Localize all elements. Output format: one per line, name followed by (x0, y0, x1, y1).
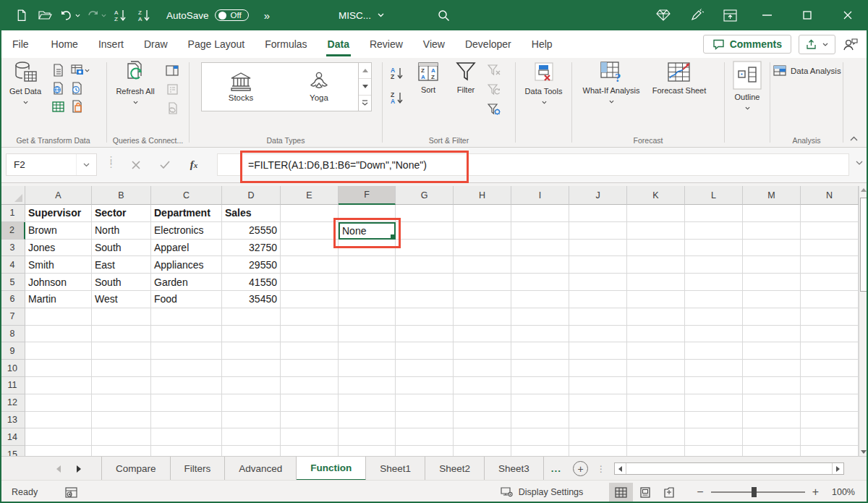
new-file-button[interactable] (12, 4, 30, 26)
cell-N13[interactable] (801, 412, 859, 429)
previous-sheet-button[interactable] (56, 465, 61, 473)
cell-I12[interactable] (511, 394, 569, 412)
cell-E12[interactable] (281, 394, 339, 412)
cell-A5[interactable]: Johnson (25, 274, 92, 291)
horizontal-scroll-thumb[interactable] (626, 463, 833, 474)
cell-C3[interactable]: Apparel (151, 240, 222, 257)
cell-B10[interactable] (92, 360, 151, 377)
cell-D4[interactable]: 29550 (222, 256, 281, 274)
cell-G3[interactable] (396, 240, 454, 257)
column-header-K[interactable]: K (627, 186, 685, 205)
cell-N5[interactable] (801, 274, 859, 291)
row-header-5[interactable]: 5 (0, 274, 25, 291)
cell-K11[interactable] (627, 377, 685, 394)
cell-H9[interactable] (454, 342, 511, 360)
scroll-up-button[interactable] (859, 188, 868, 192)
cell-G1[interactable] (396, 205, 454, 222)
cell-N10[interactable] (801, 360, 859, 377)
row-header-11[interactable]: 11 (0, 377, 25, 394)
cell-F14[interactable] (339, 428, 396, 446)
open-file-button[interactable] (35, 4, 54, 26)
column-header-F[interactable]: F (339, 186, 396, 205)
cell-A3[interactable]: Jones (25, 240, 92, 257)
cell-M5[interactable] (743, 274, 801, 291)
row-header-7[interactable]: 7 (0, 308, 25, 326)
cell-K8[interactable] (627, 326, 685, 343)
column-header-M[interactable]: M (743, 186, 801, 205)
column-header-I[interactable]: I (511, 186, 569, 205)
zoom-slider[interactable] (711, 486, 805, 498)
cell-H14[interactable] (454, 428, 511, 446)
cell-J5[interactable] (569, 274, 627, 291)
more-sheets-ellipsis[interactable]: ... (544, 457, 569, 481)
cell-C8[interactable] (151, 326, 222, 343)
cell-F10[interactable] (339, 360, 396, 377)
cell-K1[interactable] (627, 205, 685, 222)
comments-button[interactable]: Comments (703, 35, 791, 54)
gallery-down-button[interactable] (359, 79, 371, 95)
close-button[interactable] (827, 0, 868, 30)
cell-A7[interactable] (25, 308, 92, 326)
cell-N4[interactable] (801, 256, 859, 274)
cell-F15[interactable] (339, 446, 396, 456)
cell-C12[interactable] (151, 394, 222, 412)
cell-E14[interactable] (281, 428, 339, 446)
column-header-L[interactable]: L (685, 186, 743, 205)
cell-G9[interactable] (396, 342, 454, 360)
row-header-9[interactable]: 9 (0, 342, 25, 360)
cell-K12[interactable] (627, 394, 685, 412)
cell-D1[interactable]: Sales (222, 205, 281, 222)
cell-L3[interactable] (685, 240, 743, 257)
row-header-6[interactable]: 6 (0, 291, 25, 308)
cell-E8[interactable] (281, 326, 339, 343)
properties-icon[interactable] (163, 81, 181, 97)
get-data-button[interactable]: Get Data (6, 61, 45, 107)
next-sheet-button[interactable] (77, 465, 81, 473)
cell-L14[interactable] (685, 428, 743, 446)
launcher-pen-icon[interactable] (680, 0, 713, 30)
page-break-preview-button[interactable] (657, 483, 681, 502)
cell-N11[interactable] (801, 377, 859, 394)
cell-C11[interactable] (151, 377, 222, 394)
refresh-all-button[interactable]: Refresh All (114, 61, 156, 107)
data-type-yoga[interactable]: Yoga (280, 63, 358, 111)
column-header-B[interactable]: B (92, 186, 151, 205)
sheet-tab-filters[interactable]: Filters (171, 457, 226, 481)
cell-B7[interactable] (92, 308, 151, 326)
column-header-A[interactable]: A (25, 186, 92, 205)
cell-G13[interactable] (396, 412, 454, 429)
column-header-H[interactable]: H (454, 186, 511, 205)
cell-A13[interactable] (25, 412, 92, 429)
sort-ascending-button[interactable]: AZ (388, 65, 406, 81)
forecast-sheet-button[interactable]: Forecast Sheet (647, 61, 711, 96)
gallery-more-button[interactable] (359, 96, 371, 111)
cell-D9[interactable] (222, 342, 281, 360)
gem-icon[interactable] (647, 0, 680, 30)
row-header-3[interactable]: 3 (0, 240, 25, 257)
cell-G14[interactable] (396, 428, 454, 446)
page-layout-view-button[interactable] (633, 483, 657, 502)
cell-J13[interactable] (569, 412, 627, 429)
cell-D13[interactable] (222, 412, 281, 429)
cell-A12[interactable] (25, 394, 92, 412)
share-button[interactable] (799, 35, 835, 54)
data-analysis-button[interactable]: Data Analysis (773, 65, 841, 76)
sort-descending-button[interactable]: ZA (388, 90, 406, 106)
document-title[interactable]: MISC... (339, 0, 384, 30)
zoom-out-button[interactable]: − (697, 486, 703, 498)
normal-view-button[interactable] (609, 483, 633, 502)
cell-D7[interactable] (222, 308, 281, 326)
autosave-toggle[interactable]: Off (215, 9, 249, 21)
cell-H6[interactable] (454, 291, 511, 308)
enter-button[interactable] (150, 153, 179, 176)
cell-C4[interactable]: Appliances (151, 256, 222, 274)
cell-F12[interactable] (339, 394, 396, 412)
cell-D12[interactable] (222, 394, 281, 412)
cell-L12[interactable] (685, 394, 743, 412)
cell-J6[interactable] (569, 291, 627, 308)
cell-I9[interactable] (511, 342, 569, 360)
queries-connections-pane-icon[interactable] (163, 62, 181, 78)
cell-D2[interactable]: 25550 (222, 222, 281, 240)
cell-M7[interactable] (743, 308, 801, 326)
row-header-2[interactable]: 2 (0, 222, 25, 240)
